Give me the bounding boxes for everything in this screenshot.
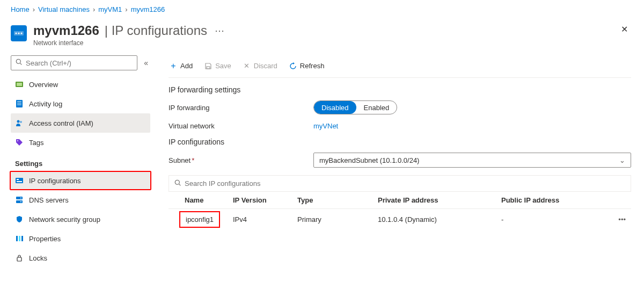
close-button[interactable]: ✕ <box>618 21 631 38</box>
toggle-disabled[interactable]: Disabled <box>314 101 356 114</box>
th-private[interactable]: Private IP address <box>372 192 496 209</box>
svg-point-4 <box>16 59 20 63</box>
cell-private: 10.1.0.4 (Dynamic) <box>372 209 496 230</box>
sidebar-item-label: Activity log <box>29 100 62 108</box>
sidebar-item-dns-servers[interactable]: DNS servers <box>11 190 150 210</box>
chevron-right-icon: › <box>125 5 127 13</box>
more-icon: ••• <box>618 215 626 224</box>
cell-ipversion: IPv4 <box>228 209 292 230</box>
save-icon <box>204 62 212 70</box>
dns-icon <box>15 196 24 204</box>
save-button[interactable]: Save <box>203 60 232 72</box>
page-header: myvm1266 | IP configurations ⋯ Network i… <box>0 19 644 55</box>
sidebar-search[interactable] <box>11 55 137 70</box>
search-icon <box>16 59 23 67</box>
svg-point-21 <box>20 201 21 203</box>
svg-rect-24 <box>21 236 23 241</box>
search-icon <box>174 179 181 188</box>
sidebar-item-tags[interactable]: Tags <box>11 133 150 152</box>
th-public[interactable]: Public IP address <box>496 192 610 209</box>
section-ip-forwarding: IP forwarding settings <box>169 85 631 94</box>
th-type[interactable]: Type <box>292 192 372 209</box>
page-title-suffix: | IP configurations <box>105 23 207 38</box>
page-title: myvm1266 <box>33 23 99 38</box>
sidebar-item-activity-log[interactable]: Activity log <box>11 94 150 113</box>
sidebar-item-ip-configurations[interactable]: IP configurations <box>10 171 151 190</box>
svg-rect-25 <box>17 257 21 261</box>
discard-icon: ✕ <box>243 62 251 70</box>
toolbar: + Add Save ✕ Discard Refresh <box>169 55 631 78</box>
sidebar-item-locks[interactable]: Locks <box>11 248 150 268</box>
svg-rect-16 <box>17 179 19 180</box>
svg-rect-7 <box>17 83 22 86</box>
select-value: myBackendSubnet (10.1.0.0/24) <box>319 156 419 164</box>
svg-point-12 <box>17 120 20 123</box>
section-ip-configurations: IP configurations <box>169 138 631 146</box>
th-ipversion[interactable]: IP Version <box>228 192 292 209</box>
svg-rect-8 <box>16 100 23 107</box>
add-button[interactable]: + Add <box>169 60 194 72</box>
breadcrumb-home[interactable]: Home <box>11 5 30 13</box>
button-label: Discard <box>254 62 277 70</box>
refresh-icon <box>289 62 297 70</box>
ip-forwarding-toggle[interactable]: Disabled Enabled <box>313 100 397 114</box>
lock-icon <box>15 254 24 262</box>
svg-rect-22 <box>16 236 18 241</box>
svg-rect-26 <box>207 67 210 69</box>
cell-type: Primary <box>292 209 372 230</box>
sidebar-item-overview[interactable]: Overview <box>11 75 150 94</box>
ip-config-icon <box>15 177 24 184</box>
sidebar-item-label: DNS servers <box>29 196 69 204</box>
table-row[interactable]: ipconfig1 IPv4 Primary 10.1.0.4 (Dynamic… <box>169 209 631 230</box>
sidebar-item-label: Access control (IAM) <box>29 119 93 127</box>
nic-icon <box>11 25 27 41</box>
row-more-button[interactable]: ••• <box>610 209 631 230</box>
refresh-button[interactable]: Refresh <box>288 60 326 72</box>
svg-point-3 <box>21 33 23 34</box>
svg-rect-15 <box>16 178 23 183</box>
sidebar: « Overview Activity log Access control (… <box>0 55 156 268</box>
sidebar-item-label: Tags <box>29 139 43 147</box>
ipconfig-filter-input[interactable] <box>185 179 625 188</box>
sidebar-search-input[interactable] <box>26 59 133 67</box>
overview-icon <box>15 81 24 88</box>
shield-icon <box>15 215 24 223</box>
plus-icon: + <box>170 62 177 70</box>
chevron-double-left-icon: « <box>144 59 148 67</box>
breadcrumb-vms[interactable]: Virtual machines <box>38 5 90 13</box>
svg-line-28 <box>179 184 181 185</box>
sidebar-item-label: Network security group <box>29 215 100 224</box>
ipconfig-filter[interactable] <box>169 175 631 191</box>
sidebar-item-label: Locks <box>29 254 47 262</box>
subnet-select[interactable]: myBackendSubnet (10.1.0.0/24) ⌄ <box>313 153 631 168</box>
sidebar-item-properties[interactable]: Properties <box>11 229 150 248</box>
vnet-link[interactable]: myVNet <box>313 122 338 130</box>
close-icon: ✕ <box>621 25 628 34</box>
iam-icon <box>15 119 24 127</box>
cell-name: ipconfig1 <box>179 211 220 228</box>
ipconfig-table: Name IP Version Type Private IP address … <box>169 191 631 230</box>
label-subnet: Subnet* <box>169 156 313 164</box>
cell-public: - <box>496 209 610 230</box>
toggle-enabled[interactable]: Enabled <box>356 101 397 114</box>
chevron-right-icon: › <box>33 5 35 13</box>
svg-point-1 <box>16 33 17 34</box>
svg-point-2 <box>18 33 20 34</box>
required-indicator: * <box>192 156 194 164</box>
sidebar-item-nsg[interactable]: Network security group <box>11 210 150 229</box>
svg-point-27 <box>175 180 179 184</box>
sidebar-item-iam[interactable]: Access control (IAM) <box>11 113 150 133</box>
breadcrumb-vm[interactable]: myVM1 <box>98 5 122 13</box>
svg-point-14 <box>17 140 18 141</box>
sidebar-item-label: Properties <box>29 235 61 243</box>
breadcrumb: Home › Virtual machines › myVM1 › myvm12… <box>0 0 644 19</box>
discard-button[interactable]: ✕ Discard <box>242 60 279 72</box>
breadcrumb-nic[interactable]: myvm1266 <box>131 5 165 13</box>
page-subtitle: Network interface <box>33 39 633 47</box>
th-name[interactable]: Name <box>169 192 228 209</box>
more-icon[interactable]: ⋯ <box>213 25 226 37</box>
chevron-right-icon: › <box>93 5 95 13</box>
collapse-sidebar-button[interactable]: « <box>142 56 150 69</box>
main-content: + Add Save ✕ Discard Refresh IP forwardi… <box>156 55 644 268</box>
button-label: Add <box>180 62 193 70</box>
